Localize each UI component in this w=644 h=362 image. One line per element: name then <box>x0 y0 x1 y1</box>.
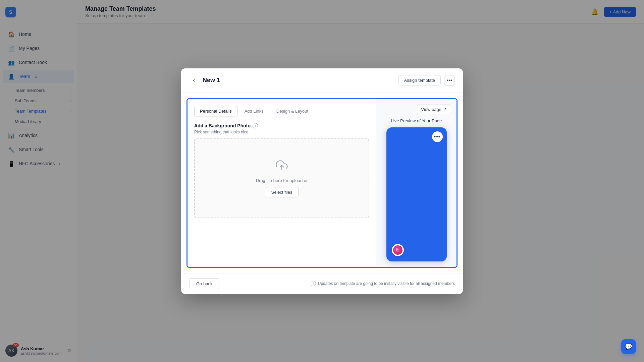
upload-section: Add a Background Photo i Pick something … <box>194 123 369 218</box>
left-panel: Personal Details Add Links Design & Layo… <box>187 99 376 267</box>
preview-menu-dots[interactable]: ••• <box>432 131 443 142</box>
select-files-button[interactable]: Select files <box>265 187 299 197</box>
modal: ‹ New 1 Assign template ••• Personal Det… <box>181 68 463 294</box>
assign-template-button[interactable]: Assign template <box>398 75 441 85</box>
modal-footer: Go back i Updates on template are going … <box>181 273 463 294</box>
tab-add-links[interactable]: Add Links <box>239 106 269 116</box>
modal-header: ‹ New 1 Assign template ••• <box>181 68 463 93</box>
chat-icon: 💬 <box>625 343 632 350</box>
modal-header-actions: Assign template ••• <box>398 75 455 86</box>
modal-title-area: ‹ New 1 <box>189 76 220 85</box>
more-dots-icon: ••• <box>447 77 452 83</box>
notice-text: Updates on template are going to be inst… <box>318 281 455 286</box>
view-page-button[interactable]: View page ↗ <box>417 105 451 114</box>
drag-text: Drag file here for upload or <box>256 178 308 183</box>
modal-title: New 1 <box>203 77 220 84</box>
modal-backdrop: ‹ New 1 Assign template ••• Personal Det… <box>0 0 644 362</box>
more-options-button[interactable]: ••• <box>444 75 455 86</box>
notice-info-icon: i <box>311 281 316 286</box>
info-icon[interactable]: i <box>253 123 258 128</box>
upload-section-title: Add a Background Photo i <box>194 123 369 128</box>
modal-back-icon[interactable]: ‹ <box>189 76 199 85</box>
upload-dropzone[interactable]: Drag file here for upload or Select file… <box>194 138 369 218</box>
modal-tabs: Personal Details Add Links Design & Layo… <box>194 106 369 116</box>
go-back-button[interactable]: Go back <box>189 278 219 289</box>
modal-body: Personal Details Add Links Design & Layo… <box>186 98 458 268</box>
tab-design-layout[interactable]: Design & Layout <box>271 106 314 116</box>
preview-badge: ↻ <box>392 244 404 256</box>
chat-support-button[interactable]: 💬 <box>621 339 636 354</box>
live-preview-label: Live Preview of Your Page <box>391 118 442 123</box>
right-panel: View page ↗ Live Preview of Your Page ••… <box>376 99 457 267</box>
footer-notice: i Updates on template are going to be in… <box>311 281 455 286</box>
upload-cloud-icon <box>276 159 288 174</box>
tab-personal-details[interactable]: Personal Details <box>194 106 237 116</box>
upload-section-subtitle: Pick something that looks nice. <box>194 130 369 134</box>
badge-icon: ↻ <box>393 245 402 255</box>
external-link-icon: ↗ <box>443 107 447 112</box>
phone-preview: ••• ↻ <box>386 127 447 261</box>
